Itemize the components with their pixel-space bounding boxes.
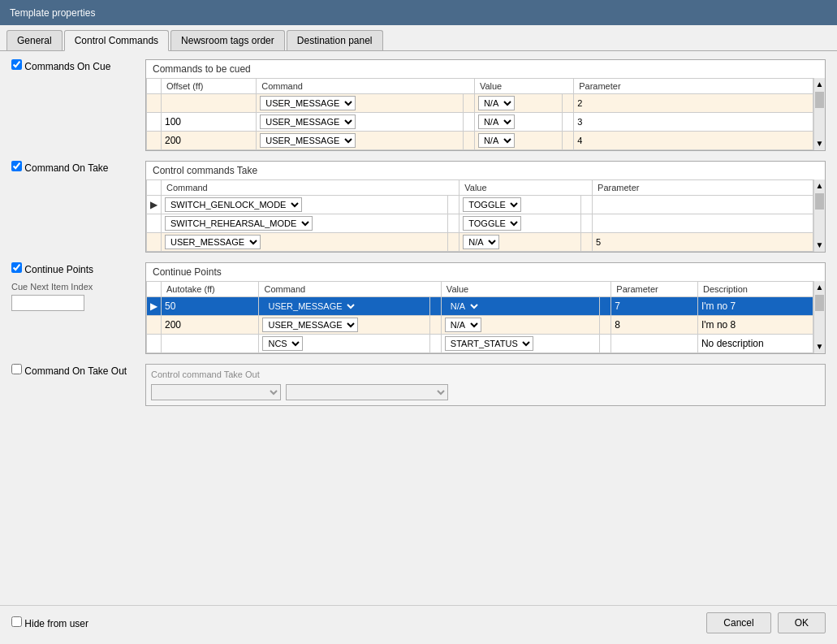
commands-on-cue-checkbox-label[interactable]: Commands On Cue [11, 59, 137, 72]
col-description: Description [697, 282, 813, 297]
command-on-take-checkbox-label[interactable]: Command On Take [11, 161, 137, 174]
row-description: No description [697, 335, 813, 353]
row-arrow [147, 214, 162, 233]
cue-next-label: Cue Next Item Index [11, 282, 137, 292]
row-arrow [147, 233, 162, 252]
commands-on-cue-table: Offset (ff) Command Value Parameter [146, 78, 813, 150]
table-row: USER_MESSAGE N/A [147, 94, 813, 113]
value-select[interactable]: N/A [478, 115, 515, 129]
col-offset: Offset (ff) [162, 79, 257, 94]
table-row: 200 USER_MESSAGE N/A 8 I'm no 8 [147, 316, 813, 335]
takeout-command-select[interactable] [151, 384, 281, 400]
row-parameter [574, 94, 813, 113]
row-autotake: 50 [162, 297, 259, 316]
row-command: USER_MESSAGE [259, 316, 429, 335]
continue-points-section: Continue Points Cue Next Item Index Cont… [11, 262, 826, 354]
scrollbar-continue[interactable]: ▲ ▼ [813, 281, 825, 353]
parameter-input[interactable] [596, 218, 809, 228]
value-select[interactable]: N/A [478, 96, 515, 110]
hide-from-user-label[interactable]: Hide from user [11, 616, 88, 629]
row-parameter [574, 132, 813, 150]
row-offset [162, 94, 257, 113]
row-offset: 200 [162, 132, 257, 150]
row-value: TOGGLE [459, 214, 581, 233]
cancel-button[interactable]: Cancel [706, 612, 770, 633]
col-value: Value [474, 79, 573, 94]
value-select[interactable]: TOGGLE [463, 216, 521, 231]
continue-points-checkbox[interactable] [11, 262, 22, 273]
cue-next-input[interactable] [11, 295, 84, 311]
row-command: USER_MESSAGE [259, 297, 429, 316]
takeout-value-select[interactable] [286, 384, 448, 400]
value-select[interactable]: N/A [478, 133, 515, 148]
commands-on-cue-checkbox[interactable] [11, 59, 22, 70]
command-on-take-checkbox[interactable] [11, 161, 22, 171]
tab-control-commands[interactable]: Control Commands [64, 30, 169, 51]
command-select[interactable]: SWITCH_REHEARSAL_MODE [165, 216, 313, 231]
value-select[interactable]: N/A [445, 318, 481, 332]
command-on-takeout-checkbox-label[interactable]: Command On Take Out [11, 364, 137, 377]
tab-destination-panel[interactable]: Destination panel [287, 30, 383, 50]
title-text: Template properties [10, 7, 95, 19]
command-select[interactable]: NCS [262, 336, 303, 351]
command-select[interactable]: USER_MESSAGE [165, 235, 261, 249]
command-select[interactable]: SWITCH_GENLOCK_MODE [165, 197, 302, 212]
command-select[interactable]: USER_MESSAGE [260, 115, 356, 129]
title-bar: Template properties [0, 0, 837, 25]
row-parameter: 7 [611, 297, 698, 316]
value-select[interactable]: N/A [445, 299, 481, 313]
command-on-take-section: Command On Take Control commands Take Co… [11, 161, 826, 253]
command-on-take-table: Command Value Parameter ▶ SWITCH_GENLOCK… [146, 179, 813, 252]
parameter-input[interactable] [577, 136, 809, 145]
row-parameter [593, 233, 813, 252]
table-row: USER_MESSAGE N/A [147, 233, 813, 252]
parameter-input[interactable] [596, 237, 809, 247]
parameter-input[interactable] [577, 117, 809, 127]
continue-points-checkbox-label[interactable]: Continue Points [11, 262, 137, 275]
command-select[interactable]: USER_MESSAGE [262, 318, 358, 332]
table-row: 200 USER_MESSAGE N/A [147, 132, 813, 150]
command-on-takeout-group: Control command Take Out [145, 364, 826, 406]
hide-from-user-checkbox[interactable] [11, 616, 22, 627]
command-select[interactable]: USER_MESSAGE [260, 133, 356, 148]
row-parameter [593, 196, 813, 214]
row-command: USER_MESSAGE [257, 94, 464, 113]
row-autotake [162, 335, 259, 353]
command-select[interactable]: USER_MESSAGE [262, 299, 358, 313]
row-parameter [611, 335, 698, 353]
col-command: Command [257, 79, 475, 94]
command-on-take-group: Control commands Take Command Value Para… [145, 161, 826, 253]
col-parameter: Parameter [574, 79, 813, 94]
table-row: 100 USER_MESSAGE N/A [147, 113, 813, 132]
row-value: N/A [441, 297, 599, 316]
continue-points-table: Autotake (ff) Command Value Parameter De… [146, 281, 813, 353]
row-command: USER_MESSAGE [257, 132, 464, 150]
command-on-takeout-checkbox[interactable] [11, 364, 22, 374]
value-select[interactable]: START_STATUS [445, 336, 533, 351]
command-on-takeout-section: Command On Take Out Control command Take… [11, 364, 826, 406]
row-description: I'm no 8 [697, 316, 813, 335]
scrollbar-cue[interactable]: ▲ ▼ [813, 78, 825, 150]
row-arrow: ▶ [147, 297, 162, 316]
command-select[interactable]: USER_MESSAGE [260, 96, 356, 110]
row-command: NCS [259, 335, 429, 353]
col-value: Value [459, 180, 593, 196]
command-on-take-title: Control commands Take [146, 162, 825, 179]
value-select[interactable]: N/A [463, 235, 499, 249]
tab-newsroom-tags[interactable]: Newsroom tags order [170, 30, 285, 50]
col-command: Command [259, 282, 441, 297]
scrollbar-take[interactable]: ▲ ▼ [813, 179, 825, 252]
value-select[interactable]: TOGGLE [463, 197, 521, 212]
ok-button[interactable]: OK [778, 612, 826, 633]
row-command: SWITCH_GENLOCK_MODE [162, 196, 448, 214]
row-command: USER_MESSAGE [162, 233, 448, 252]
row-value: N/A [474, 132, 562, 150]
row-description: I'm no 7 [697, 297, 813, 316]
parameter-input[interactable] [577, 98, 809, 108]
row-arrow [147, 316, 162, 335]
parameter-input[interactable] [596, 200, 809, 210]
continue-points-group: Continue Points Autotake (ff) Command Va… [145, 262, 826, 354]
table-row: SWITCH_REHEARSAL_MODE TOGGLE [147, 214, 813, 233]
tab-general[interactable]: General [6, 30, 63, 50]
row-parameter [574, 113, 813, 132]
